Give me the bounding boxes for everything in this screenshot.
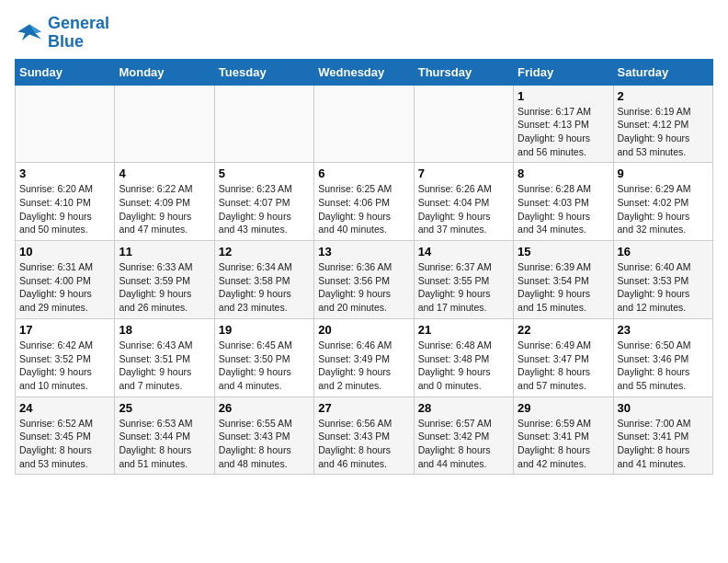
calendar-header-row: SundayMondayTuesdayWednesdayThursdayFrid…: [16, 59, 713, 85]
col-header-tuesday: Tuesday: [214, 59, 313, 85]
day-number: 7: [418, 167, 509, 180]
calendar-week-0: 1Sunrise: 6:17 AM Sunset: 4:13 PM Daylig…: [16, 85, 713, 163]
day-info: Sunrise: 6:26 AM Sunset: 4:04 PM Dayligh…: [418, 182, 509, 236]
day-info: Sunrise: 6:40 AM Sunset: 3:53 PM Dayligh…: [618, 260, 709, 315]
col-header-thursday: Thursday: [414, 59, 513, 85]
day-number: 21: [418, 323, 509, 337]
day-number: 25: [119, 401, 210, 415]
day-info: Sunrise: 6:46 AM Sunset: 3:49 PM Dayligh…: [318, 339, 409, 393]
calendar-cell: 8Sunrise: 6:28 AM Sunset: 4:03 PM Daylig…: [514, 163, 613, 241]
day-number: 27: [318, 401, 409, 415]
calendar-cell: 27Sunrise: 6:56 AM Sunset: 3:43 PM Dayli…: [314, 396, 414, 475]
logo-text: GeneralBlue: [48, 15, 109, 52]
day-info: Sunrise: 6:50 AM Sunset: 3:46 PM Dayligh…: [618, 339, 709, 393]
calendar-table: SundayMondayTuesdayWednesdayThursdayFrid…: [15, 59, 713, 476]
calendar-cell: 13Sunrise: 6:36 AM Sunset: 3:56 PM Dayli…: [314, 241, 414, 319]
logo: GeneralBlue: [15, 15, 109, 52]
day-number: 14: [418, 245, 509, 259]
col-header-sunday: Sunday: [16, 59, 115, 85]
day-info: Sunrise: 6:22 AM Sunset: 4:09 PM Dayligh…: [119, 182, 210, 236]
calendar-cell: 23Sunrise: 6:50 AM Sunset: 3:46 PM Dayli…: [613, 318, 712, 396]
day-info: Sunrise: 6:55 AM Sunset: 3:43 PM Dayligh…: [219, 417, 310, 471]
calendar-cell: 21Sunrise: 6:48 AM Sunset: 3:48 PM Dayli…: [414, 318, 513, 396]
col-header-monday: Monday: [115, 59, 214, 85]
day-number: 28: [418, 401, 509, 415]
day-number: 26: [219, 401, 310, 415]
day-number: 4: [119, 167, 210, 180]
day-info: Sunrise: 6:49 AM Sunset: 3:47 PM Dayligh…: [518, 339, 609, 393]
day-info: Sunrise: 6:56 AM Sunset: 3:43 PM Dayligh…: [318, 417, 409, 471]
calendar-cell: 16Sunrise: 6:40 AM Sunset: 3:53 PM Dayli…: [613, 241, 712, 319]
day-info: Sunrise: 6:42 AM Sunset: 3:52 PM Dayligh…: [19, 339, 110, 393]
calendar-cell: 24Sunrise: 6:52 AM Sunset: 3:45 PM Dayli…: [16, 396, 115, 475]
calendar-cell: 29Sunrise: 6:59 AM Sunset: 3:41 PM Dayli…: [514, 396, 613, 475]
day-number: 15: [518, 245, 609, 259]
day-info: Sunrise: 6:45 AM Sunset: 3:50 PM Dayligh…: [219, 339, 310, 393]
calendar-cell: 9Sunrise: 6:29 AM Sunset: 4:02 PM Daylig…: [613, 163, 712, 241]
day-number: 10: [19, 245, 110, 259]
day-number: 13: [318, 245, 409, 259]
day-info: Sunrise: 6:17 AM Sunset: 4:13 PM Dayligh…: [518, 105, 609, 159]
calendar-cell: [414, 85, 513, 163]
col-header-saturday: Saturday: [613, 59, 712, 85]
logo-icon: [15, 18, 44, 48]
day-number: 5: [219, 167, 310, 180]
calendar-week-2: 10Sunrise: 6:31 AM Sunset: 4:00 PM Dayli…: [16, 241, 713, 319]
day-info: Sunrise: 6:39 AM Sunset: 3:54 PM Dayligh…: [518, 260, 609, 315]
day-info: Sunrise: 6:25 AM Sunset: 4:06 PM Dayligh…: [318, 182, 409, 236]
day-number: 16: [618, 245, 709, 259]
calendar-cell: 18Sunrise: 6:43 AM Sunset: 3:51 PM Dayli…: [115, 318, 214, 396]
day-number: 23: [618, 323, 709, 337]
day-number: 30: [618, 401, 709, 415]
calendar-cell: 14Sunrise: 6:37 AM Sunset: 3:55 PM Dayli…: [414, 241, 513, 319]
page-header: GeneralBlue: [15, 15, 713, 52]
calendar-week-4: 24Sunrise: 6:52 AM Sunset: 3:45 PM Dayli…: [16, 396, 713, 475]
calendar-cell: 26Sunrise: 6:55 AM Sunset: 3:43 PM Dayli…: [214, 396, 313, 475]
col-header-friday: Friday: [514, 59, 613, 85]
day-info: Sunrise: 6:59 AM Sunset: 3:41 PM Dayligh…: [518, 417, 609, 471]
day-info: Sunrise: 6:57 AM Sunset: 3:42 PM Dayligh…: [418, 417, 509, 471]
calendar-cell: [214, 85, 313, 163]
day-number: 19: [219, 323, 310, 337]
col-header-wednesday: Wednesday: [314, 59, 414, 85]
day-number: 3: [19, 167, 110, 180]
day-number: 8: [518, 167, 609, 180]
calendar-cell: 3Sunrise: 6:20 AM Sunset: 4:10 PM Daylig…: [16, 163, 115, 241]
calendar-cell: 20Sunrise: 6:46 AM Sunset: 3:49 PM Dayli…: [314, 318, 414, 396]
calendar-cell: 15Sunrise: 6:39 AM Sunset: 3:54 PM Dayli…: [514, 241, 613, 319]
day-info: Sunrise: 6:34 AM Sunset: 3:58 PM Dayligh…: [219, 260, 310, 315]
calendar-cell: 5Sunrise: 6:23 AM Sunset: 4:07 PM Daylig…: [214, 163, 313, 241]
day-number: 24: [19, 401, 110, 415]
calendar-cell: 6Sunrise: 6:25 AM Sunset: 4:06 PM Daylig…: [314, 163, 414, 241]
day-info: Sunrise: 6:33 AM Sunset: 3:59 PM Dayligh…: [119, 260, 210, 315]
day-number: 9: [618, 167, 709, 180]
day-number: 12: [219, 245, 310, 259]
day-info: Sunrise: 6:20 AM Sunset: 4:10 PM Dayligh…: [19, 182, 110, 236]
calendar-cell: 19Sunrise: 6:45 AM Sunset: 3:50 PM Dayli…: [214, 318, 313, 396]
calendar-week-1: 3Sunrise: 6:20 AM Sunset: 4:10 PM Daylig…: [16, 163, 713, 241]
day-number: 11: [119, 245, 210, 259]
day-info: Sunrise: 6:23 AM Sunset: 4:07 PM Dayligh…: [219, 182, 310, 236]
calendar-cell: 30Sunrise: 7:00 AM Sunset: 3:41 PM Dayli…: [613, 396, 712, 475]
day-number: 22: [518, 323, 609, 337]
calendar-cell: [16, 85, 115, 163]
day-info: Sunrise: 6:53 AM Sunset: 3:44 PM Dayligh…: [119, 417, 210, 471]
day-info: Sunrise: 6:43 AM Sunset: 3:51 PM Dayligh…: [119, 339, 210, 393]
day-info: Sunrise: 6:52 AM Sunset: 3:45 PM Dayligh…: [19, 417, 110, 471]
calendar-cell: 7Sunrise: 6:26 AM Sunset: 4:04 PM Daylig…: [414, 163, 513, 241]
day-number: 18: [119, 323, 210, 337]
calendar-cell: 10Sunrise: 6:31 AM Sunset: 4:00 PM Dayli…: [16, 241, 115, 319]
day-number: 6: [318, 167, 409, 180]
day-info: Sunrise: 6:31 AM Sunset: 4:00 PM Dayligh…: [19, 260, 110, 315]
calendar-cell: 1Sunrise: 6:17 AM Sunset: 4:13 PM Daylig…: [514, 85, 613, 163]
calendar-cell: [115, 85, 214, 163]
calendar-cell: 2Sunrise: 6:19 AM Sunset: 4:12 PM Daylig…: [613, 85, 712, 163]
day-info: Sunrise: 7:00 AM Sunset: 3:41 PM Dayligh…: [618, 417, 709, 471]
day-number: 17: [19, 323, 110, 337]
day-number: 2: [618, 89, 709, 103]
day-info: Sunrise: 6:36 AM Sunset: 3:56 PM Dayligh…: [318, 260, 409, 315]
day-info: Sunrise: 6:37 AM Sunset: 3:55 PM Dayligh…: [418, 260, 509, 315]
day-info: Sunrise: 6:48 AM Sunset: 3:48 PM Dayligh…: [418, 339, 509, 393]
calendar-week-3: 17Sunrise: 6:42 AM Sunset: 3:52 PM Dayli…: [16, 318, 713, 396]
day-number: 20: [318, 323, 409, 337]
